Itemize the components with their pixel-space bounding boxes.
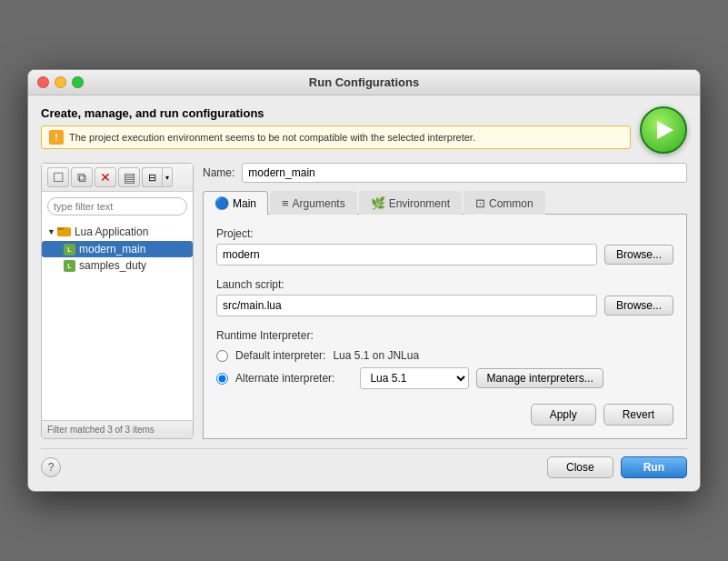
warning-icon: !	[49, 130, 64, 145]
close-window-button[interactable]	[37, 76, 49, 88]
project-input[interactable]	[216, 244, 597, 265]
tree-parent-label: Lua Application	[75, 225, 148, 238]
sidebar-footer: Filter matched 3 of 3 items	[42, 420, 193, 438]
tree-arrow: ▼	[47, 227, 55, 236]
tab-environment[interactable]: 🌿 Environment	[359, 191, 462, 215]
launch-input-row: Browse...	[216, 295, 673, 316]
new-config-button[interactable]: ☐	[47, 167, 69, 187]
tab-content-main: Project: Browse... Launch script: Browse…	[203, 215, 687, 439]
lua-folder-icon	[57, 225, 71, 239]
tree-parent-lua[interactable]: ▼ Lua Application	[42, 223, 193, 241]
tab-environment-label: Environment	[389, 197, 450, 210]
warning-box: ! The project execution environment seem…	[41, 125, 631, 149]
alternate-interpreter-label: Alternate interpreter:	[235, 372, 334, 385]
project-group: Project: Browse...	[216, 227, 673, 265]
main-tab-icon: 🔵	[214, 196, 229, 210]
tree-item-samples-duty[interactable]: L samples_duty	[42, 257, 193, 274]
filter-button[interactable]: ▤	[118, 167, 140, 187]
collapse-arrow[interactable]: ▾	[162, 167, 173, 187]
tabs-bar: 🔵 Main ≡ Arguments 🌿 Environment ⊡ Commo…	[203, 190, 687, 215]
header-left: Create, manage, and run configurations !…	[41, 106, 631, 149]
project-label: Project:	[216, 227, 673, 240]
run-configurations-window: Run Configurations Create, manage, and r…	[27, 69, 701, 492]
window-controls	[37, 76, 84, 88]
tab-common-label: Common	[489, 197, 534, 210]
delete-config-button[interactable]: ✕	[95, 167, 116, 187]
interpreter-select-row: Lua 5.1 Manage interpreters...	[360, 367, 603, 389]
header-title: Create, manage, and run configurations	[41, 106, 631, 120]
env-tab-icon: 🌿	[371, 196, 385, 210]
sidebar: ☐ ⧉ ✕ ▤ ⊟ ▾ ▼ Lua App	[41, 163, 194, 439]
sidebar-toolbar: ☐ ⧉ ✕ ▤ ⊟ ▾	[42, 164, 193, 192]
tree-item-label-2: samples_duty	[79, 259, 146, 272]
launch-script-group: Launch script: Browse...	[216, 278, 673, 316]
config-panel: Name: 🔵 Main ≡ Arguments 🌿 Envir	[203, 163, 687, 439]
interpreter-select[interactable]: Lua 5.1	[360, 367, 469, 389]
launch-browse-button[interactable]: Browse...	[604, 296, 673, 316]
default-interpreter-value: Lua 5.1 on JNLua	[333, 349, 419, 362]
collapse-main[interactable]: ⊟	[142, 167, 162, 187]
filter-input[interactable]	[47, 197, 187, 215]
action-buttons: Apply Revert	[216, 395, 673, 426]
tab-main[interactable]: 🔵 Main	[203, 191, 268, 215]
lua-file-icon-1: L	[64, 244, 75, 255]
lua-file-icon-2: L	[64, 260, 75, 272]
name-row: Name:	[203, 163, 687, 183]
name-label: Name:	[203, 166, 234, 179]
alternate-interpreter-row: Alternate interpreter: Lua 5.1 Manage in…	[216, 367, 673, 389]
project-input-row: Browse...	[216, 244, 673, 265]
launch-script-input[interactable]	[216, 295, 597, 316]
run-large-button[interactable]	[640, 106, 687, 154]
args-tab-icon: ≡	[282, 196, 289, 210]
revert-button[interactable]: Revert	[603, 404, 673, 426]
tab-arguments[interactable]: ≡ Arguments	[270, 191, 357, 215]
runtime-section: Runtime Interpreter: Default interpreter…	[216, 329, 673, 389]
bottom-right-buttons: Close Run	[547, 456, 687, 478]
runtime-label: Runtime Interpreter:	[216, 329, 673, 342]
window-title: Run Configurations	[309, 75, 419, 89]
launch-script-label: Launch script:	[216, 278, 673, 291]
help-button[interactable]: ?	[41, 457, 61, 477]
tab-main-label: Main	[233, 197, 256, 210]
bottom-bar: ? Close Run	[41, 448, 687, 478]
close-button[interactable]: Close	[547, 456, 613, 478]
titlebar: Run Configurations	[28, 70, 700, 95]
maximize-window-button[interactable]	[72, 76, 84, 88]
header-section: Create, manage, and run configurations !…	[41, 106, 687, 154]
project-browse-button[interactable]: Browse...	[604, 245, 673, 265]
collapse-button[interactable]: ⊟ ▾	[142, 167, 173, 187]
apply-button[interactable]: Apply	[531, 404, 596, 426]
common-tab-icon: ⊡	[475, 196, 485, 210]
default-interpreter-label: Default interpreter:	[235, 349, 325, 362]
manage-interpreters-button[interactable]: Manage interpreters...	[476, 368, 603, 388]
run-button[interactable]: Run	[621, 456, 687, 478]
warning-text: The project execution environment seems …	[69, 132, 475, 143]
alternate-interpreter-radio[interactable]	[216, 373, 228, 385]
tree-item-label-1: modern_main	[79, 243, 145, 255]
tree-item-modern-main[interactable]: L modern_main	[42, 241, 193, 257]
default-interpreter-row: Default interpreter: Lua 5.1 on JNLua	[216, 349, 673, 362]
default-interpreter-radio[interactable]	[216, 350, 228, 362]
config-tree: ▼ Lua Application L modern_main L sample…	[42, 221, 193, 420]
copy-config-button[interactable]: ⧉	[71, 167, 93, 187]
minimize-window-button[interactable]	[55, 76, 66, 88]
window-body: Create, manage, and run configurations !…	[28, 95, 700, 491]
tab-arguments-label: Arguments	[293, 197, 345, 210]
svg-rect-1	[57, 227, 64, 230]
name-input[interactable]	[242, 163, 687, 183]
tab-common[interactable]: ⊡ Common	[464, 191, 545, 215]
main-content: ☐ ⧉ ✕ ▤ ⊟ ▾ ▼ Lua App	[41, 163, 687, 439]
